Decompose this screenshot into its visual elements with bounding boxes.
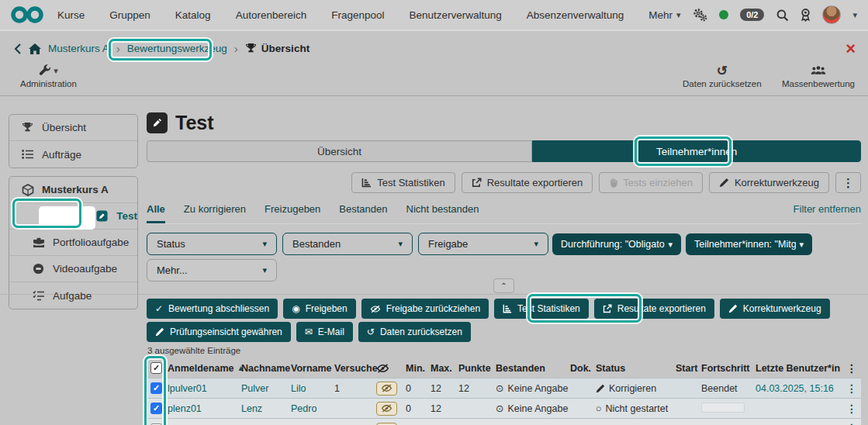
col-bestanden[interactable]: Bestanden: [496, 363, 570, 374]
more-actions-button[interactable]: ⋮: [835, 172, 861, 193]
durchfuehrung-filter-chip[interactable]: Durchführung: "Obligatorisc..."▾: [552, 233, 681, 255]
col-vorname[interactable]: Vorname: [291, 363, 334, 374]
assessment-medal-icon[interactable]: [801, 9, 811, 22]
menu-fragenpool[interactable]: Fragenpool: [331, 9, 384, 21]
filter-tab-freizugeben[interactable]: Freizugeben: [265, 203, 320, 223]
row-checkbox[interactable]: ✓: [150, 403, 162, 414]
sidebar-item-videoaufgabe[interactable]: Videoaufgabe: [9, 256, 137, 282]
col-start[interactable]: Start: [676, 363, 701, 374]
select-all-checkbox[interactable]: ✓: [150, 362, 162, 374]
tab-uebersicht[interactable]: Übersicht: [147, 140, 532, 162]
menu-absenzenverwaltung[interactable]: Absenzenverwaltung: [527, 9, 624, 21]
row-actions-dots-icon[interactable]: ⋮: [842, 382, 861, 395]
sidebar-item-portfolioaufgabe[interactable]: Portfolioaufgabe: [9, 230, 137, 256]
mehr-dropdown[interactable]: Mehr...▾: [147, 259, 277, 282]
daten-zuruecksetzen-button[interactable]: ↺Daten zurücksetzen: [358, 322, 471, 342]
filter-tab-nicht-bestanden[interactable]: Nicht bestanden: [406, 203, 479, 223]
progress-bar-empty: [701, 403, 745, 413]
chevron-right-icon: ›: [116, 42, 120, 55]
user-caret-down-icon[interactable]: ▾: [852, 10, 857, 20]
sidebar-item-uebersicht[interactable]: Übersicht: [9, 115, 137, 141]
table-row[interactable]: ✓ lpulver01 Pulver Lilo 1 0 12 12 ⊙Keine…: [147, 378, 861, 398]
menu-kurse[interactable]: Kurse: [57, 9, 85, 21]
col-nachname[interactable]: Nachname: [241, 363, 291, 374]
cell-status[interactable]: Korrigieren: [596, 383, 676, 394]
col-min[interactable]: Min.: [406, 363, 431, 374]
cell-login[interactable]: lpulver01: [168, 383, 241, 394]
freigeben-button[interactable]: ◉Freigeben: [283, 299, 356, 319]
administration-button[interactable]: ▾ Administration: [20, 64, 77, 88]
sidebar-item-auftraege[interactable]: Aufträge: [9, 141, 137, 168]
freigabe-zurueckziehen-button[interactable]: Freigabe zurückziehen: [361, 299, 489, 319]
sidebar-item-test[interactable]: Test: [9, 203, 137, 230]
back-chevron-icon[interactable]: [14, 43, 22, 55]
cell-nachname[interactable]: Pulver: [241, 383, 291, 394]
col-letzte-benutzerin[interactable]: Letzte Benutzer*in: [756, 363, 842, 374]
filter-tab-bestanden[interactable]: Bestanden: [339, 203, 387, 223]
cell-nachname[interactable]: Lenz: [241, 403, 291, 414]
col-punkte[interactable]: Punkte: [458, 363, 496, 374]
menu-katalog[interactable]: Katalog: [175, 9, 211, 21]
bulk-assessment-button[interactable]: Massenbewertung: [782, 64, 855, 88]
col-max[interactable]: Max.: [431, 363, 458, 374]
menu-gruppen[interactable]: Gruppen: [109, 9, 150, 21]
cell-max: 12: [431, 383, 458, 394]
chart-icon: [503, 304, 512, 313]
korrekturwerkzeug-action-button[interactable]: Korrekturwerkzeug: [720, 299, 830, 319]
close-icon[interactable]: ×: [846, 40, 856, 57]
bulk-actions-row-2: Prüfungseinsicht gewähren ✉E-Mail ↺Daten…: [147, 322, 471, 342]
menu-autorenbereich[interactable]: Autorenbereich: [236, 9, 307, 21]
menu-mehr[interactable]: Mehr▾: [648, 9, 680, 21]
resultate-exportieren-button[interactable]: Resultate exportieren: [462, 172, 593, 193]
menu-benutzerverwaltung[interactable]: Benutzerverwaltung: [410, 9, 502, 21]
table-row-partial[interactable]: ⊙ ○ ⋮: [147, 418, 861, 425]
tab-teilnehmerinnen[interactable]: Teilnehmer*innen: [532, 140, 861, 162]
test-statistiken-button[interactable]: Test Statistiken: [351, 172, 455, 193]
divider: [0, 294, 868, 295]
test-statistiken-action-button[interactable]: Test Statistiken: [494, 299, 589, 319]
col-anonym-eye-slash-icon[interactable]: [376, 364, 406, 373]
table-row[interactable]: ✓ plenz01 Lenz Pedro 0 12 ⊙Keine Angabe …: [147, 398, 861, 418]
col-status[interactable]: Status: [596, 363, 676, 374]
reset-data-button[interactable]: ↺ Daten zurücksetzen: [683, 64, 762, 88]
pruefungseinsicht-button[interactable]: Prüfungseinsicht gewähren: [147, 322, 291, 342]
col-versuche[interactable]: Versuche: [334, 363, 376, 374]
caret-down-icon: ▾: [668, 240, 673, 250]
cell-max: 12: [431, 403, 458, 414]
notification-counter-badge[interactable]: 0/2: [740, 9, 764, 21]
korrekturwerkzeug-button[interactable]: Korrekturwerkzeug: [709, 172, 829, 193]
teilnehmer-filter-chip[interactable]: Teilnehmer*innen: "Mitglied"▾: [686, 233, 812, 255]
email-button[interactable]: ✉E-Mail: [296, 322, 353, 342]
settings-gears-icon[interactable]: [692, 8, 707, 22]
cell-letzte-benutzerin[interactable]: 04.03.2025, 15:16: [756, 383, 842, 394]
sidebar-item-musterkurs[interactable]: Musterkurs A: [9, 177, 137, 203]
row-actions-dots-icon[interactable]: ⋮: [842, 403, 861, 415]
col-anmeldename[interactable]: Anmeldename▲: [168, 363, 241, 374]
cell-status[interactable]: ○Nicht gestartet: [596, 403, 676, 414]
col-fortschritt[interactable]: Fortschritt: [701, 363, 756, 374]
breadcrumb-course[interactable]: Musterkurs A: [48, 43, 109, 54]
user-avatar[interactable]: [822, 5, 841, 24]
cell-vorname[interactable]: Lilo: [291, 383, 334, 394]
filter-tab-alle[interactable]: Alle: [147, 203, 165, 223]
filter-entfernen-link[interactable]: Filter entfernen: [794, 203, 861, 223]
bestanden-dropdown[interactable]: Bestanden▾: [282, 233, 413, 255]
sidebar-item-aufgabe[interactable]: Aufgabe: [9, 282, 137, 309]
row-actions-dots-icon[interactable]: ⋮: [842, 422, 861, 425]
row-checkbox[interactable]: ✓: [150, 382, 162, 394]
openolat-logo-icon[interactable]: [11, 5, 43, 24]
col-dok[interactable]: Dok.: [570, 363, 596, 374]
cell-vorname[interactable]: Pedro: [291, 403, 334, 414]
resultate-exportieren-action-button[interactable]: Resultate exportieren: [594, 299, 714, 319]
status-dropdown[interactable]: Status▾: [147, 233, 277, 255]
freigabe-dropdown[interactable]: Freigabe▾: [418, 233, 548, 255]
collapse-filters-button[interactable]: ⌃: [493, 278, 514, 293]
filter-tab-zu-korrigieren[interactable]: Zu korrigieren: [184, 203, 246, 223]
home-icon[interactable]: [29, 43, 41, 54]
cell-login[interactable]: plenz01: [168, 403, 241, 414]
breadcrumb-tool[interactable]: Bewertungswerkzeug: [127, 43, 227, 54]
caret-down-icon: ▾: [676, 10, 681, 20]
table-settings-dots-icon[interactable]: ⋮: [842, 362, 861, 375]
bewertung-abschliessen-button[interactable]: ✓Bewertung abschliessen: [147, 299, 278, 319]
search-icon[interactable]: [776, 9, 789, 22]
